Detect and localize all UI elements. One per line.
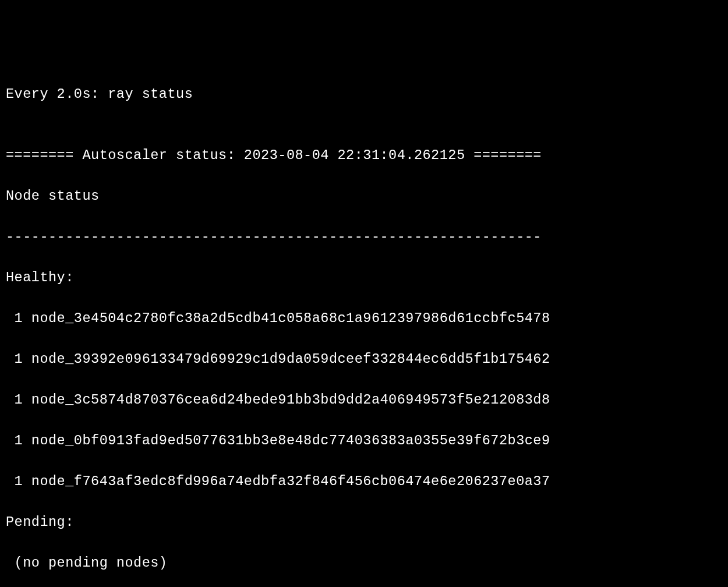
- healthy-node: 1 node_3e4504c2780fc38a2d5cdb41c058a68c1…: [6, 308, 722, 328]
- healthy-node: 1 node_f7643af3edc8fd996a74edbfa32f846f4…: [6, 471, 722, 491]
- divider: ----------------------------------------…: [6, 227, 722, 247]
- healthy-node: 1 node_0bf0913fad9ed5077631bb3e8e48dc774…: [6, 430, 722, 451]
- autoscaler-header: ======== Autoscaler status: 2023-08-04 2…: [6, 145, 722, 165]
- healthy-node: 1 node_3c5874d870376cea6d24bede91bb3bd9d…: [6, 390, 722, 410]
- healthy-node: 1 node_39392e096133479d69929c1d9da059dce…: [6, 349, 722, 369]
- healthy-label: Healthy:: [6, 267, 722, 288]
- pending-label: Pending:: [6, 512, 722, 532]
- pending-status: (no pending nodes): [6, 553, 722, 573]
- node-status-header: Node status: [6, 186, 722, 206]
- watch-header: Every 2.0s: ray status: [6, 84, 722, 104]
